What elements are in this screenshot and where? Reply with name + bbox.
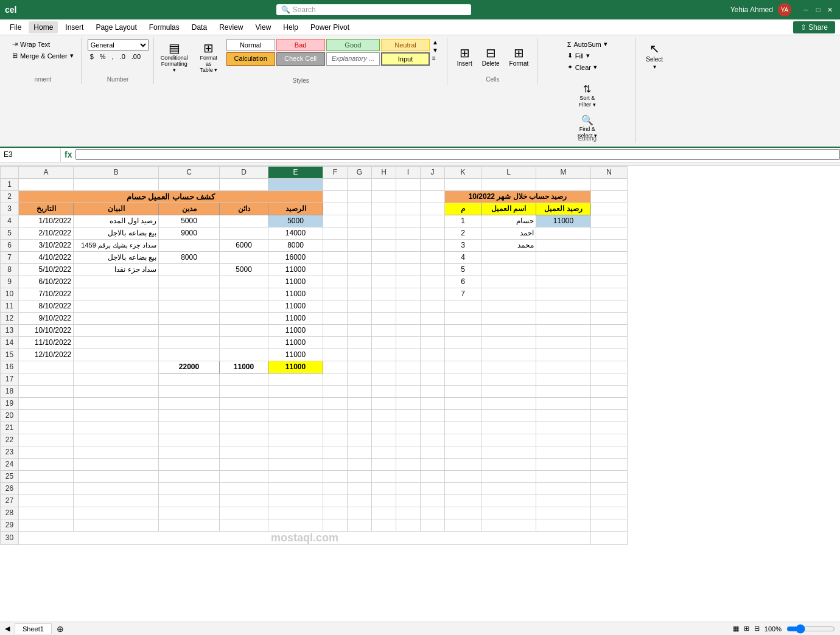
cell-B3-header[interactable]: البيان <box>74 203 159 215</box>
cell-F8[interactable] <box>323 263 348 276</box>
cell-D10[interactable] <box>220 288 268 300</box>
cell-D12[interactable] <box>220 312 268 324</box>
col-D[interactable]: D <box>220 166 268 178</box>
cell-C12[interactable] <box>159 312 220 324</box>
cell-L11[interactable] <box>481 300 536 312</box>
cell-I10[interactable] <box>396 288 421 300</box>
cell-E8[interactable]: 11000 <box>268 263 323 276</box>
cell-E14[interactable]: 11000 <box>268 336 323 349</box>
add-sheet-button[interactable]: ⊕ <box>57 624 64 634</box>
menu-help[interactable]: Help <box>278 21 303 33</box>
cell-N13[interactable] <box>591 324 628 336</box>
cell-C7[interactable]: 8000 <box>159 251 220 263</box>
col-L[interactable]: L <box>481 166 536 178</box>
cell-F13[interactable] <box>323 324 348 336</box>
cell-E12[interactable]: 11000 <box>268 312 323 324</box>
cell-K8[interactable]: 5 <box>445 263 481 276</box>
cell-E10[interactable]: 11000 <box>268 288 323 300</box>
cell-N12[interactable] <box>591 312 628 324</box>
cell-I16[interactable] <box>396 361 421 373</box>
cell-H12[interactable] <box>372 312 396 324</box>
cell-I1[interactable] <box>396 178 421 190</box>
cell-N5[interactable] <box>591 227 628 239</box>
cell-L9[interactable] <box>481 276 536 288</box>
cell-M8[interactable] <box>536 263 591 276</box>
col-I[interactable]: I <box>396 166 421 178</box>
cell-I6[interactable] <box>396 239 421 251</box>
menu-power-pivot[interactable]: Power Pivot <box>306 21 354 33</box>
cell-N2[interactable] <box>591 190 628 203</box>
cell-G11[interactable] <box>348 300 372 312</box>
cell-D8[interactable]: 5000 <box>220 263 268 276</box>
style-neutral[interactable]: Neutral <box>381 39 430 51</box>
cell-E4[interactable]: 5000 <box>268 215 323 227</box>
cell-J10[interactable] <box>421 288 445 300</box>
cell-N16[interactable] <box>591 361 628 373</box>
cell-K11[interactable] <box>445 300 481 312</box>
cell-H15[interactable] <box>372 349 396 361</box>
autosum-button[interactable]: Σ AutoSum ▾ <box>565 39 610 49</box>
cell-G1[interactable] <box>348 178 372 190</box>
cell-K9[interactable]: 6 <box>445 276 481 288</box>
format-as-table-button[interactable]: ⊞ Format asTable ▾ <box>194 38 224 76</box>
cell-L10[interactable] <box>481 288 536 300</box>
cell-I4[interactable] <box>396 215 421 227</box>
cell-N14[interactable] <box>591 336 628 349</box>
row-7[interactable]: 7 <box>1 251 19 263</box>
row-4[interactable]: 4 <box>1 215 19 227</box>
cell-M9[interactable] <box>536 276 591 288</box>
cell-J11[interactable] <box>421 300 445 312</box>
cell-L3-header[interactable]: اسم العميل <box>481 203 536 215</box>
cell-A6[interactable]: 3/10/2022 <box>19 239 74 251</box>
cell-H13[interactable] <box>372 324 396 336</box>
cell-G8[interactable] <box>348 263 372 276</box>
cell-B6[interactable]: سداد جزء بشيك برقم 1459 <box>74 239 159 251</box>
col-K[interactable]: K <box>445 166 481 178</box>
cell-A12[interactable]: 9/10/2022 <box>19 312 74 324</box>
cell-M6[interactable] <box>536 239 591 251</box>
col-A[interactable]: A <box>19 166 74 178</box>
row-15[interactable]: 15 <box>1 349 19 361</box>
row-13[interactable]: 13 <box>1 324 19 336</box>
cell-B15[interactable] <box>74 349 159 361</box>
cell-L8[interactable] <box>481 263 536 276</box>
cell-D1[interactable] <box>220 178 268 190</box>
cell-D15[interactable] <box>220 349 268 361</box>
cell-K16[interactable] <box>445 361 481 373</box>
close-button[interactable]: ✕ <box>825 5 835 15</box>
cell-H9[interactable] <box>372 276 396 288</box>
menu-data[interactable]: Data <box>187 21 212 33</box>
cell-C11[interactable] <box>159 300 220 312</box>
cell-I9[interactable] <box>396 276 421 288</box>
cell-D7[interactable] <box>220 251 268 263</box>
cell-I15[interactable] <box>396 349 421 361</box>
cell-D3-header[interactable]: دائن <box>220 203 268 215</box>
cell-C8[interactable] <box>159 263 220 276</box>
cell-K15[interactable] <box>445 349 481 361</box>
cell-E6[interactable]: 8000 <box>268 239 323 251</box>
cell-C5[interactable]: 9000 <box>159 227 220 239</box>
cell-G13[interactable] <box>348 324 372 336</box>
cell-A11[interactable]: 8/10/2022 <box>19 300 74 312</box>
main-title[interactable]: كشف حساب العميل حسام <box>19 190 323 203</box>
cell-A1[interactable] <box>19 178 74 190</box>
cell-C9[interactable] <box>159 276 220 288</box>
format-button[interactable]: ⊞ Format <box>506 43 533 70</box>
cell-N1[interactable] <box>591 178 628 190</box>
formula-input[interactable] <box>75 149 840 160</box>
cell-A16[interactable] <box>19 361 74 373</box>
row-14[interactable]: 14 <box>1 336 19 349</box>
cell-C10[interactable] <box>159 288 220 300</box>
row-12[interactable]: 12 <box>1 312 19 324</box>
cell-F12[interactable] <box>323 312 348 324</box>
cell-C6[interactable] <box>159 239 220 251</box>
cell-F4[interactable] <box>323 215 348 227</box>
cell-I14[interactable] <box>396 336 421 349</box>
cell-H4[interactable] <box>372 215 396 227</box>
cell-M14[interactable] <box>536 336 591 349</box>
cell-F9[interactable] <box>323 276 348 288</box>
cell-D16-total[interactable]: 11000 <box>220 361 268 373</box>
cell-I5[interactable] <box>396 227 421 239</box>
cell-I3[interactable] <box>396 203 421 215</box>
cell-K14[interactable] <box>445 336 481 349</box>
